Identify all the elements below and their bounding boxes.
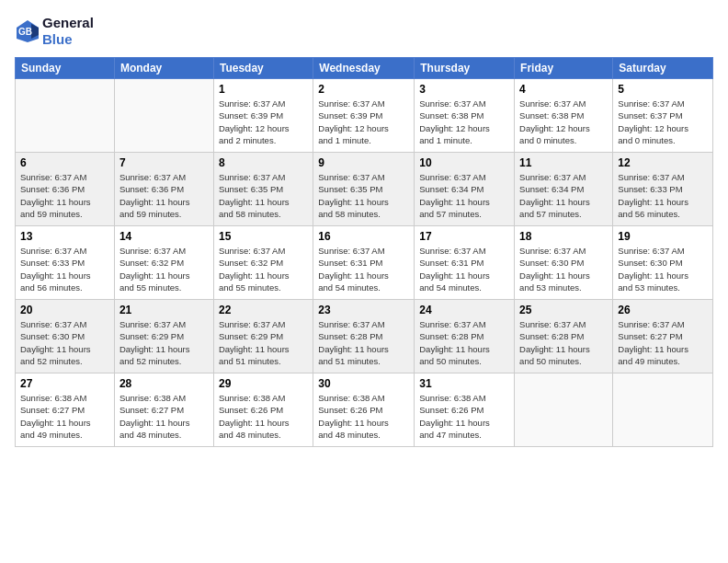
calendar-cell: 25Sunrise: 6:37 AM Sunset: 6:28 PM Dayli…: [515, 300, 613, 373]
day-info: Sunrise: 6:37 AM Sunset: 6:30 PM Dayligh…: [618, 245, 708, 293]
calendar-cell: 14Sunrise: 6:37 AM Sunset: 6:32 PM Dayli…: [114, 226, 213, 300]
day-number: 7: [119, 156, 209, 169]
weekday-header-thursday: Thursday: [415, 58, 515, 79]
calendar-cell: 13Sunrise: 6:37 AM Sunset: 6:33 PM Dayli…: [16, 226, 115, 300]
day-number: 19: [618, 230, 708, 243]
day-info: Sunrise: 6:37 AM Sunset: 6:39 PM Dayligh…: [219, 98, 308, 146]
day-number: 23: [318, 304, 409, 316]
day-info: Sunrise: 6:37 AM Sunset: 6:35 PM Dayligh…: [219, 171, 308, 220]
day-number: 22: [219, 304, 308, 316]
day-info: Sunrise: 6:37 AM Sunset: 6:31 PM Dayligh…: [419, 245, 509, 293]
day-number: 25: [519, 304, 608, 316]
calendar-cell: 22Sunrise: 6:37 AM Sunset: 6:29 PM Dayli…: [213, 300, 313, 373]
calendar-cell: 27Sunrise: 6:38 AM Sunset: 6:27 PM Dayli…: [16, 373, 115, 447]
calendar-cell: 5Sunrise: 6:37 AM Sunset: 6:37 PM Daylig…: [613, 79, 713, 153]
day-number: 1: [219, 83, 308, 96]
day-info: Sunrise: 6:37 AM Sunset: 6:29 PM Dayligh…: [219, 318, 308, 367]
day-number: 30: [318, 377, 409, 390]
day-info: Sunrise: 6:37 AM Sunset: 6:29 PM Dayligh…: [119, 318, 209, 367]
calendar-cell: 20Sunrise: 6:37 AM Sunset: 6:30 PM Dayli…: [16, 300, 115, 373]
day-number: 11: [519, 156, 608, 169]
calendar-cell: 12Sunrise: 6:37 AM Sunset: 6:33 PM Dayli…: [613, 153, 713, 226]
calendar-cell: 19Sunrise: 6:37 AM Sunset: 6:30 PM Dayli…: [613, 226, 713, 300]
day-info: Sunrise: 6:37 AM Sunset: 6:30 PM Dayligh…: [20, 318, 109, 367]
calendar-cell: 30Sunrise: 6:38 AM Sunset: 6:26 PM Dayli…: [313, 373, 415, 447]
day-number: 5: [618, 83, 708, 96]
calendar-cell: 26Sunrise: 6:37 AM Sunset: 6:27 PM Dayli…: [613, 300, 713, 373]
day-info: Sunrise: 6:37 AM Sunset: 6:38 PM Dayligh…: [419, 98, 509, 146]
calendar-cell: 28Sunrise: 6:38 AM Sunset: 6:27 PM Dayli…: [114, 373, 213, 447]
day-number: 13: [20, 230, 109, 243]
weekday-header-friday: Friday: [515, 58, 613, 79]
day-info: Sunrise: 6:37 AM Sunset: 6:38 PM Dayligh…: [519, 98, 608, 146]
day-info: Sunrise: 6:37 AM Sunset: 6:32 PM Dayligh…: [219, 245, 308, 293]
day-info: Sunrise: 6:37 AM Sunset: 6:33 PM Dayligh…: [618, 171, 708, 220]
svg-text:GB: GB: [18, 27, 32, 37]
calendar-cell: [613, 373, 713, 447]
day-number: 18: [519, 230, 608, 243]
header: GB General Blue: [15, 15, 713, 48]
day-info: Sunrise: 6:38 AM Sunset: 6:26 PM Dayligh…: [318, 392, 409, 441]
day-info: Sunrise: 6:37 AM Sunset: 6:37 PM Dayligh…: [618, 98, 708, 146]
day-number: 24: [419, 304, 509, 316]
day-number: 10: [419, 156, 509, 169]
day-info: Sunrise: 6:37 AM Sunset: 6:28 PM Dayligh…: [519, 318, 608, 367]
calendar-cell: 15Sunrise: 6:37 AM Sunset: 6:32 PM Dayli…: [213, 226, 313, 300]
calendar-cell: 24Sunrise: 6:37 AM Sunset: 6:28 PM Dayli…: [415, 300, 515, 373]
calendar-cell: 29Sunrise: 6:38 AM Sunset: 6:26 PM Dayli…: [213, 373, 313, 447]
logo-icon: GB: [15, 18, 40, 44]
calendar-week-row: 1Sunrise: 6:37 AM Sunset: 6:39 PM Daylig…: [16, 79, 713, 153]
logo: GB General Blue: [15, 15, 94, 48]
day-number: 2: [318, 83, 409, 96]
day-info: Sunrise: 6:37 AM Sunset: 6:39 PM Dayligh…: [318, 98, 409, 146]
calendar-cell: 10Sunrise: 6:37 AM Sunset: 6:34 PM Dayli…: [415, 153, 515, 226]
calendar-cell: 7Sunrise: 6:37 AM Sunset: 6:36 PM Daylig…: [114, 153, 213, 226]
day-info: Sunrise: 6:38 AM Sunset: 6:27 PM Dayligh…: [119, 392, 209, 441]
day-info: Sunrise: 6:38 AM Sunset: 6:27 PM Dayligh…: [20, 392, 109, 441]
day-number: 3: [419, 83, 509, 96]
day-number: 29: [219, 377, 308, 390]
weekday-header-row: SundayMondayTuesdayWednesdayThursdayFrid…: [16, 58, 713, 79]
day-number: 31: [419, 377, 509, 390]
calendar-cell: 21Sunrise: 6:37 AM Sunset: 6:29 PM Dayli…: [114, 300, 213, 373]
calendar-cell: 1Sunrise: 6:37 AM Sunset: 6:39 PM Daylig…: [213, 79, 313, 153]
logo-text: General Blue: [42, 15, 94, 48]
day-info: Sunrise: 6:37 AM Sunset: 6:30 PM Dayligh…: [519, 245, 608, 293]
day-info: Sunrise: 6:37 AM Sunset: 6:32 PM Dayligh…: [119, 245, 209, 293]
weekday-header-sunday: Sunday: [16, 58, 115, 79]
calendar-cell: 18Sunrise: 6:37 AM Sunset: 6:30 PM Dayli…: [515, 226, 613, 300]
calendar-cell: 2Sunrise: 6:37 AM Sunset: 6:39 PM Daylig…: [313, 79, 415, 153]
day-info: Sunrise: 6:37 AM Sunset: 6:35 PM Dayligh…: [318, 171, 409, 220]
day-number: 14: [119, 230, 209, 243]
weekday-header-wednesday: Wednesday: [313, 58, 415, 79]
calendar-cell: 8Sunrise: 6:37 AM Sunset: 6:35 PM Daylig…: [213, 153, 313, 226]
calendar-cell: [114, 79, 213, 153]
day-info: Sunrise: 6:37 AM Sunset: 6:36 PM Dayligh…: [119, 171, 209, 220]
calendar-cell: 16Sunrise: 6:37 AM Sunset: 6:31 PM Dayli…: [313, 226, 415, 300]
calendar-cell: [16, 79, 115, 153]
weekday-header-tuesday: Tuesday: [213, 58, 313, 79]
day-info: Sunrise: 6:37 AM Sunset: 6:28 PM Dayligh…: [419, 318, 509, 367]
day-number: 27: [20, 377, 109, 390]
weekday-header-saturday: Saturday: [613, 58, 713, 79]
day-number: 21: [119, 304, 209, 316]
calendar-week-row: 13Sunrise: 6:37 AM Sunset: 6:33 PM Dayli…: [16, 226, 713, 300]
calendar-cell: 31Sunrise: 6:38 AM Sunset: 6:26 PM Dayli…: [415, 373, 515, 447]
day-number: 20: [20, 304, 109, 316]
day-number: 4: [519, 83, 608, 96]
weekday-header-monday: Monday: [114, 58, 213, 79]
calendar-table: SundayMondayTuesdayWednesdayThursdayFrid…: [15, 57, 713, 447]
calendar-cell: [515, 373, 613, 447]
calendar-week-row: 6Sunrise: 6:37 AM Sunset: 6:36 PM Daylig…: [16, 153, 713, 226]
day-number: 26: [618, 304, 708, 316]
day-info: Sunrise: 6:38 AM Sunset: 6:26 PM Dayligh…: [419, 392, 509, 441]
calendar-cell: 3Sunrise: 6:37 AM Sunset: 6:38 PM Daylig…: [415, 79, 515, 153]
day-info: Sunrise: 6:37 AM Sunset: 6:33 PM Dayligh…: [20, 245, 109, 293]
day-info: Sunrise: 6:37 AM Sunset: 6:34 PM Dayligh…: [519, 171, 608, 220]
calendar-cell: 9Sunrise: 6:37 AM Sunset: 6:35 PM Daylig…: [313, 153, 415, 226]
day-info: Sunrise: 6:37 AM Sunset: 6:36 PM Dayligh…: [20, 171, 109, 220]
day-number: 6: [20, 156, 109, 169]
day-number: 12: [618, 156, 708, 169]
calendar-cell: 23Sunrise: 6:37 AM Sunset: 6:28 PM Dayli…: [313, 300, 415, 373]
day-info: Sunrise: 6:37 AM Sunset: 6:27 PM Dayligh…: [618, 318, 708, 367]
